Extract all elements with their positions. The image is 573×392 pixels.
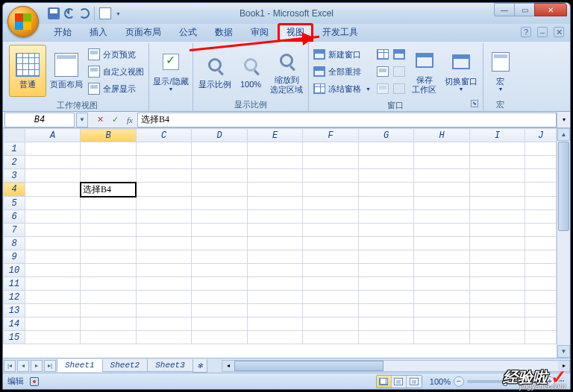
row-header-3[interactable]: 3 [4,169,25,183]
col-header-H[interactable]: H [414,129,470,142]
expand-formula-bar[interactable]: ▾ [557,113,570,127]
zoom-button[interactable]: 显示比例 [196,45,234,97]
row-header-15[interactable]: 15 [4,331,25,344]
sheet-tab-1[interactable]: Sheet1 [57,359,103,372]
row-header-6[interactable]: 6 [4,210,25,224]
sheet-tab-3[interactable]: Sheet3 [147,359,193,372]
scroll-left-icon[interactable]: ◂ [222,361,234,371]
normal-view-btn[interactable] [377,376,392,388]
qat-button[interactable] [99,7,111,19]
col-header-G[interactable]: G [358,129,414,142]
formula-input[interactable]: 选择B4 [137,113,557,127]
col-header-I[interactable]: I [469,129,525,142]
minimize-ribbon-icon[interactable]: – [537,27,548,37]
normal-view-button[interactable]: 普通 [9,45,46,97]
zoom-out-button[interactable]: − [454,376,464,387]
tab-review[interactable]: 审阅 [242,23,278,42]
record-macro-icon[interactable] [30,377,39,386]
show-hide-button[interactable]: ✓ 显示/隐藏 ▼ [152,45,190,97]
maximize-button[interactable]: ▭ [514,3,535,16]
save-icon[interactable] [48,7,60,19]
row-header-5[interactable]: 5 [4,197,25,210]
row-header-13[interactable]: 13 [4,304,25,317]
office-button[interactable] [7,6,39,37]
page-layout-button[interactable]: 页面布局 [48,45,85,97]
arrange-all-icon [313,66,325,77]
status-mode: 编辑 [7,376,24,387]
last-sheet-button[interactable]: ▸| [44,360,56,372]
tab-insert[interactable]: 插入 [81,23,116,42]
close-workbook-icon[interactable]: ✕ [554,27,564,37]
row-header-14[interactable]: 14 [4,317,25,331]
split-button[interactable] [377,46,389,63]
col-header-B[interactable]: B [81,129,137,142]
macros-button[interactable]: 宏 ▼ [486,45,515,97]
row-header-12[interactable]: 12 [4,291,25,304]
page-layout-view-btn[interactable] [392,376,407,388]
reset-pos-button[interactable] [393,80,405,97]
dropdown-icon: ▼ [498,86,503,92]
zoom-100-button[interactable]: 100% [235,45,266,97]
page-break-view-btn[interactable] [407,376,422,388]
minimize-button[interactable]: — [494,3,515,16]
tab-formulas[interactable]: 公式 [170,23,206,42]
col-header-C[interactable]: C [136,129,192,142]
full-screen-button[interactable]: 全屏显示 [88,80,144,97]
page-break-preview-button[interactable]: 分页预览 [88,46,144,63]
prev-sheet-button[interactable]: ◂ [17,360,29,372]
new-sheet-button[interactable]: ✻ [192,359,208,373]
switch-windows-button[interactable]: 切换窗口 ▼ [442,45,480,97]
hide-button[interactable] [377,63,389,80]
help-icon[interactable]: ? [521,27,531,37]
hscroll-thumb[interactable] [234,361,383,371]
spreadsheet-grid[interactable]: A B C D E F G H I J 1 2 3 4选择B4 5 6 7 [3,128,557,344]
qat-customize-icon[interactable]: ▼ [116,11,121,16]
row-header-2[interactable]: 2 [4,156,25,169]
new-window-button[interactable]: 新建窗口 [313,46,371,63]
row-header-4[interactable]: 4 [4,183,25,197]
redo-icon[interactable] [79,8,90,19]
close-button[interactable]: ✕ [534,3,567,16]
row-header-7[interactable]: 7 [4,224,25,237]
tab-data[interactable]: 数据 [206,23,242,42]
freeze-panes-button[interactable]: 冻结窗格▼ [313,80,371,97]
cell-B4[interactable]: 选择B4 [81,183,137,197]
row-header-11[interactable]: 11 [4,277,25,291]
full-screen-icon [88,83,100,95]
scroll-thumb[interactable] [558,142,569,231]
arrange-all-button[interactable]: 全部重排 [313,63,371,80]
col-header-A[interactable]: A [25,129,81,142]
tab-pagelayout[interactable]: 页面布局 [116,23,170,42]
zoom-level[interactable]: 100% [430,377,451,386]
name-box[interactable]: B4 [4,113,75,127]
col-header-D[interactable]: D [192,129,248,142]
scroll-down-icon[interactable]: ▼ [557,345,570,358]
cancel-button[interactable]: ✕ [93,113,107,127]
name-box-dropdown[interactable]: ▼ [76,113,88,127]
row-header-8[interactable]: 8 [4,237,25,250]
next-sheet-button[interactable]: ▸ [31,360,43,372]
view-side-button[interactable] [393,46,405,63]
col-header-J[interactable]: J [525,129,557,142]
tab-home[interactable]: 开始 [45,23,81,42]
scroll-up-icon[interactable]: ▲ [557,128,570,141]
col-header-E[interactable]: E [247,129,303,142]
sync-scroll-button[interactable] [393,63,405,80]
row-header-10[interactable]: 10 [4,264,25,277]
select-all-corner[interactable] [4,129,25,142]
save-workspace-button[interactable]: 保存 工作区 [408,45,441,97]
group-window: 新建窗口 全部重排 冻结窗格▼ 保存 工作区 [309,43,483,111]
custom-views-button[interactable]: 自定义视图 [88,63,144,80]
undo-icon[interactable] [64,8,75,19]
enter-button[interactable]: ✓ [107,113,122,127]
col-header-F[interactable]: F [303,129,359,142]
first-sheet-button[interactable]: |◂ [4,360,16,372]
row-header-1[interactable]: 1 [4,142,25,156]
fx-button[interactable]: fx [122,113,137,127]
sheet-tab-2[interactable]: Sheet2 [102,359,148,372]
zoom-selection-button[interactable]: 缩放到 选定区域 [268,45,305,97]
unhide-button[interactable] [377,80,389,97]
row-header-9[interactable]: 9 [4,250,25,264]
tab-developer[interactable]: 开发工具 [313,23,367,42]
vertical-scrollbar[interactable]: ▲ ▼ [557,128,570,358]
